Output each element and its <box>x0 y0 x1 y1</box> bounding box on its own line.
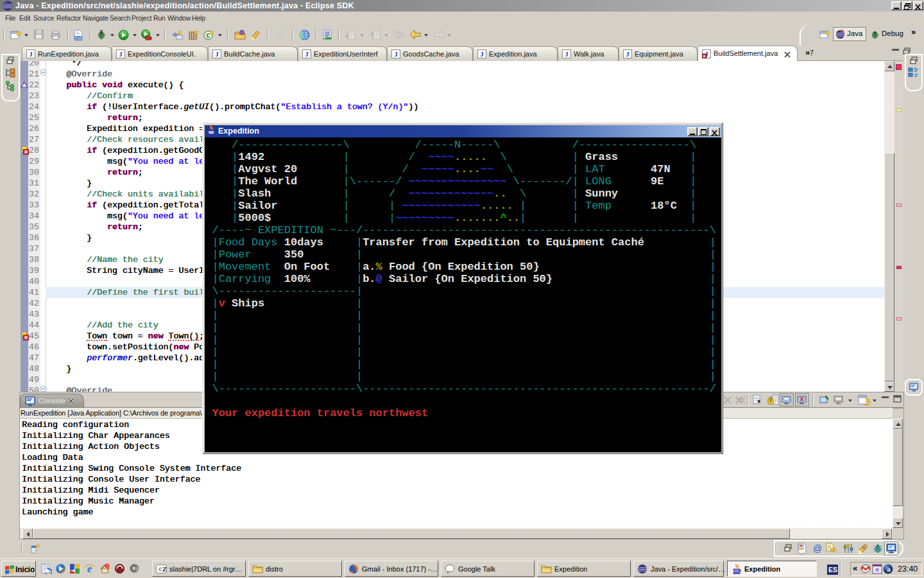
svg-text:J: J <box>305 50 309 58</box>
svg-text:J: J <box>565 50 569 58</box>
svg-text:c: c <box>159 566 162 572</box>
svg-text:C: C <box>206 33 210 40</box>
svg-text:J: J <box>119 50 123 58</box>
svg-text:?: ? <box>106 564 108 568</box>
svg-text:J: J <box>29 50 33 58</box>
svg-text:Z: Z <box>162 566 167 573</box>
svg-text:010: 010 <box>75 36 82 40</box>
svg-text:J: J <box>394 50 398 58</box>
svg-text:@: @ <box>813 543 822 554</box>
svg-text:n: n <box>875 566 879 573</box>
svg-text:J: J <box>626 50 629 58</box>
svg-text:J: J <box>480 50 484 58</box>
svg-text:a: a <box>887 565 891 573</box>
svg-text:J: J <box>215 50 219 58</box>
